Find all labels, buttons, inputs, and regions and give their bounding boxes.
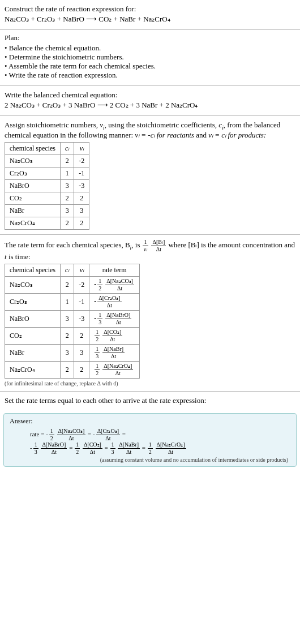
cell-ci: 2 [60, 276, 74, 293]
table-row: Na₂CO₃ 2 -2 -12 Δ[Na₂CO₃]Δt [5, 276, 140, 293]
col-ci: cᵢ [60, 142, 74, 154]
col-species: chemical species [5, 142, 61, 154]
stoich-table: chemical species cᵢ νᵢ Na₂CO₃2-2 Cr₂O₃1-… [5, 142, 89, 230]
cell-vi: 2 [74, 361, 89, 378]
cell-vi: -1 [74, 167, 89, 179]
cell-species: CO₂ [5, 327, 61, 344]
cell-vi: -2 [74, 154, 89, 167]
rate-term-footnote: (for infinitesimal rate of change, repla… [5, 380, 295, 387]
text: , is [131, 241, 142, 249]
cell-ci: 2 [60, 361, 74, 378]
cell-ci: 1 [60, 293, 74, 310]
cell-species: Na₂CO₃ [5, 154, 61, 167]
cell-ci: 2 [60, 217, 74, 229]
cell-ci: 3 [60, 179, 74, 192]
cell-vi: -1 [74, 293, 89, 310]
relation-prod: νᵢ = cᵢ for products: [208, 131, 266, 139]
cell-ci: 2 [60, 327, 74, 344]
col-species: chemical species [5, 264, 61, 276]
rate-term-intro: The rate term for each chemical species,… [5, 239, 295, 261]
cell-species: Na₂CrO₄ [5, 361, 61, 378]
cell-ci: 1 [60, 167, 74, 179]
nu-symbol: νi [100, 121, 105, 129]
table-row: NaBrO 3 -3 -13 Δ[NaBrO]Δt [5, 310, 140, 327]
cell-species: Cr₂O₃ [5, 167, 61, 179]
table-row: NaBr33 [5, 204, 89, 217]
cell-vi: -3 [74, 179, 89, 192]
dB-over-dt: Δ[Bᵢ]Δt [151, 239, 166, 252]
cell-species: NaBr [5, 204, 61, 217]
c-symbol: ci [218, 121, 224, 129]
cell-rate: -12 Δ[Na₂CO₃]Δt [89, 276, 140, 293]
section-plan: Plan: Balance the chemical equation. Det… [0, 30, 300, 86]
balanced-prompt: Write the balanced chemical equation: [5, 91, 295, 100]
cell-species: CO₂ [5, 192, 61, 204]
construct-prompt: Construct the rate of reaction expressio… [5, 5, 295, 14]
cell-vi: 2 [74, 327, 89, 344]
cell-ci: 3 [60, 344, 74, 361]
table-row: NaBr 3 3 13 Δ[NaBr]Δt [5, 344, 140, 361]
table-header-row: chemical species cᵢ νᵢ [5, 142, 89, 154]
rate-prefix: rate = [30, 431, 46, 437]
col-vi: νᵢ [74, 142, 89, 154]
cell-species: NaBr [5, 344, 61, 361]
plan-item: Assemble the rate term for each chemical… [5, 62, 295, 71]
cell-species: Na₂CO₃ [5, 276, 61, 293]
cell-ci: 2 [60, 154, 74, 167]
cell-species: Na₂CrO₄ [5, 217, 61, 229]
cell-species: NaBrO [5, 179, 61, 192]
table-header-row: chemical species cᵢ νᵢ rate term [5, 264, 140, 276]
table-row: Na₂CrO₄22 [5, 217, 89, 229]
cell-vi: -2 [74, 276, 89, 293]
table-row: CO₂ 2 2 12 Δ[CO₂]Δt [5, 327, 140, 344]
plan-item: Determine the stoichiometric numbers. [5, 53, 295, 62]
section-final: Set the rate terms equal to each other t… [0, 392, 300, 411]
text: is time: [7, 252, 31, 261]
cell-vi: 2 [74, 192, 89, 204]
col-vi: νᵢ [74, 264, 89, 276]
text: , using the stoichiometric coefficients, [105, 121, 219, 129]
cell-vi: -3 [74, 310, 89, 327]
section-construct: Construct the rate of reaction expressio… [0, 0, 300, 30]
cell-species: NaBrO [5, 310, 61, 327]
cell-vi: 3 [74, 344, 89, 361]
col-rate: rate term [89, 264, 140, 276]
answer-footnote: (assuming constant volume and no accumul… [10, 457, 290, 463]
answer-label: Answer: [10, 417, 290, 426]
cell-vi: 2 [74, 217, 89, 229]
text: where [Bᵢ] is the amount concentration a… [168, 241, 295, 249]
section-rate-term: The rate term for each chemical species,… [0, 235, 300, 392]
plan-item: Balance the chemical equation. [5, 44, 295, 53]
table-row: Na₂CrO₄ 2 2 12 Δ[Na₂CrO₄]Δt [5, 361, 140, 378]
cell-ci: 3 [60, 204, 74, 217]
cell-species: Cr₂O₃ [5, 293, 61, 310]
text: and [194, 131, 208, 139]
table-row: Na₂CO₃2-2 [5, 154, 89, 167]
cell-rate: 12 Δ[Na₂CrO₄]Δt [89, 361, 140, 378]
col-ci: cᵢ [60, 264, 74, 276]
plan-title: Plan: [5, 33, 295, 42]
plan-list: Balance the chemical equation. Determine… [5, 44, 295, 80]
final-prompt: Set the rate terms equal to each other t… [5, 396, 295, 405]
unbalanced-equation: Na₂CO₃ + Cr₂O₃ + NaBrO ⟶ CO₂ + NaBr + Na… [5, 15, 295, 24]
table-row: Cr₂O₃ 1 -1 -Δ[Cr₂O₃]Δt [5, 293, 140, 310]
cell-rate: -Δ[Cr₂O₃]Δt [89, 293, 140, 310]
plan-item: Write the rate of reaction expression. [5, 71, 295, 80]
cell-rate: 12 Δ[CO₂]Δt [89, 327, 140, 344]
table-row: Cr₂O₃1-1 [5, 167, 89, 179]
one-over-nu: 1νᵢ [143, 239, 148, 252]
section-balanced: Write the balanced chemical equation: 2 … [0, 86, 300, 116]
table-row: CO₂22 [5, 192, 89, 204]
table-row: NaBrO3-3 [5, 179, 89, 192]
cell-rate: -13 Δ[NaBrO]Δt [89, 310, 140, 327]
relation-react: νᵢ = -cᵢ for reactants [135, 131, 194, 139]
cell-ci: 2 [60, 192, 74, 204]
section-stoich: Assign stoichiometric numbers, νi, using… [0, 116, 300, 235]
text: Assign stoichiometric numbers, [5, 121, 100, 129]
cell-rate: 13 Δ[NaBr]Δt [89, 344, 140, 361]
stoich-intro: Assign stoichiometric numbers, νi, using… [5, 121, 295, 140]
text: The rate term for each chemical species,… [5, 241, 130, 249]
answer-expression: rate = -12 Δ[Na₂CO₃]Δt = -Δ[Cr₂O₃]Δt = -… [10, 428, 290, 455]
answer-box: Answer: rate = -12 Δ[Na₂CO₃]Δt = -Δ[Cr₂O… [3, 413, 297, 467]
rate-term-table: chemical species cᵢ νᵢ rate term Na₂CO₃ … [5, 264, 140, 379]
